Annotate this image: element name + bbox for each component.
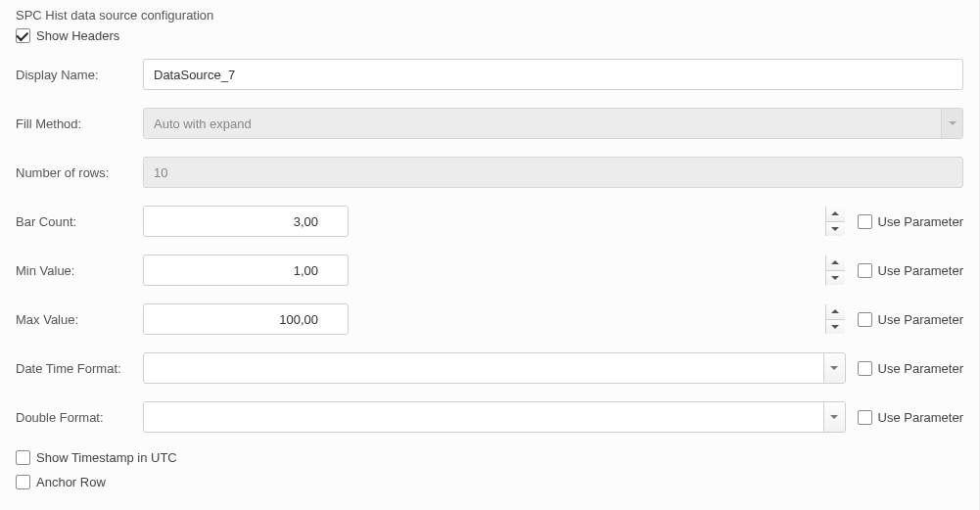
max-value-useparam-label: Use Parameter <box>878 312 963 327</box>
max-value-label: Max Value: <box>16 312 143 327</box>
fill-method-caret <box>941 109 962 138</box>
date-time-format-caret[interactable] <box>823 353 845 383</box>
chevron-down-icon <box>831 276 839 280</box>
bar-count-step-up[interactable] <box>826 207 845 221</box>
chevron-down-icon <box>949 121 957 125</box>
show-timestamp-utc-label: Show Timestamp in UTC <box>36 450 177 465</box>
chevron-down-icon <box>831 227 839 231</box>
double-format-row: Double Format: Use Parameter <box>16 401 963 433</box>
display-name-input[interactable] <box>143 59 963 90</box>
double-format-useparam-label: Use Parameter <box>878 410 963 425</box>
bar-count-label: Bar Count: <box>16 214 143 229</box>
min-value-step-down[interactable] <box>826 270 845 286</box>
max-value-useparam: Use Parameter <box>858 312 963 327</box>
config-panel: SPC Hist data source configuration Show … <box>0 0 980 510</box>
min-value-useparam-checkbox[interactable] <box>858 263 872 278</box>
fill-method-value: Auto with expand <box>154 116 252 131</box>
fill-method-select: Auto with expand <box>143 108 963 139</box>
date-time-format-useparam: Use Parameter <box>858 361 963 376</box>
double-format-useparam: Use Parameter <box>858 410 963 425</box>
bar-count-step-down[interactable] <box>826 221 845 237</box>
display-name-row: Display Name: <box>16 59 963 90</box>
date-time-format-label: Date Time Format: <box>16 361 143 376</box>
bar-count-row: Bar Count: Use Parameter <box>16 206 963 237</box>
date-time-format-useparam-label: Use Parameter <box>878 361 963 376</box>
show-timestamp-utc-checkbox[interactable] <box>16 450 30 465</box>
max-value-step-up[interactable] <box>826 304 845 319</box>
min-value-step-up[interactable] <box>826 255 845 270</box>
min-value-row: Min Value: Use Parameter <box>16 255 963 286</box>
double-format-useparam-checkbox[interactable] <box>858 410 872 425</box>
bar-count-useparam-label: Use Parameter <box>878 214 963 229</box>
double-format-label: Double Format: <box>16 410 143 425</box>
bar-count-input[interactable] <box>143 206 349 237</box>
number-of-rows-row: Number of rows: <box>16 157 963 188</box>
double-format-select[interactable] <box>143 401 846 433</box>
display-name-label: Display Name: <box>16 68 143 82</box>
max-value-input[interactable] <box>143 303 349 335</box>
max-value-spinner <box>825 304 845 334</box>
chevron-up-icon <box>831 211 839 215</box>
min-value-label: Min Value: <box>16 263 143 278</box>
section-title: SPC Hist data source configuration <box>16 8 963 23</box>
chevron-up-icon <box>831 260 839 264</box>
max-value-row: Max Value: Use Parameter <box>16 303 963 335</box>
number-of-rows-label: Number of rows: <box>16 165 143 180</box>
chevron-down-icon <box>830 366 838 370</box>
bar-count-useparam-checkbox[interactable] <box>858 214 872 229</box>
anchor-row-checkbox[interactable] <box>16 475 30 489</box>
fill-method-row: Fill Method: Auto with expand <box>16 108 963 139</box>
anchor-row-label: Anchor Row <box>36 475 106 489</box>
anchor-row-row: Anchor Row <box>16 475 963 489</box>
bar-count-spinner <box>825 207 845 236</box>
min-value-useparam: Use Parameter <box>858 263 963 278</box>
min-value-spinner <box>825 255 845 285</box>
date-time-format-useparam-checkbox[interactable] <box>858 361 872 376</box>
date-time-format-row: Date Time Format: Use Parameter <box>16 352 963 384</box>
chevron-up-icon <box>831 309 839 313</box>
number-of-rows-input <box>143 157 963 188</box>
show-headers-label: Show Headers <box>36 28 119 43</box>
fill-method-label: Fill Method: <box>16 116 143 131</box>
show-timestamp-utc-row: Show Timestamp in UTC <box>16 450 963 465</box>
chevron-down-icon <box>831 325 839 329</box>
max-value-useparam-checkbox[interactable] <box>858 312 872 327</box>
bar-count-useparam: Use Parameter <box>858 214 963 229</box>
show-headers-row: Show Headers <box>16 28 963 43</box>
min-value-useparam-label: Use Parameter <box>878 263 963 278</box>
max-value-step-down[interactable] <box>826 319 845 335</box>
show-headers-checkbox[interactable] <box>16 28 30 43</box>
chevron-down-icon <box>830 415 838 419</box>
min-value-input[interactable] <box>143 255 349 286</box>
date-time-format-select[interactable] <box>143 352 846 384</box>
double-format-caret[interactable] <box>823 402 845 432</box>
